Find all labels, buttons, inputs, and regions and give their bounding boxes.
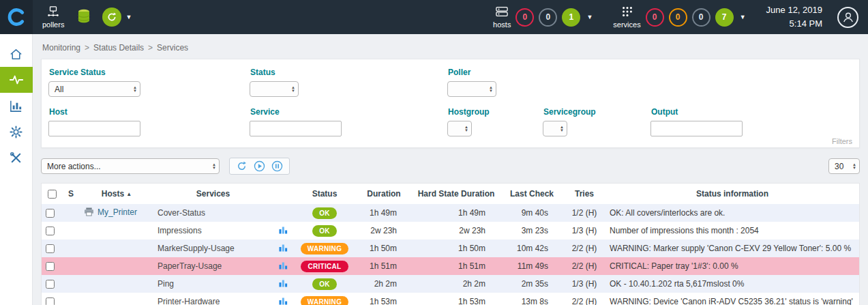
col-hard-state-duration[interactable]: Hard State Duration bbox=[412, 184, 500, 204]
select-all-checkbox[interactable] bbox=[48, 190, 57, 199]
row-checkbox[interactable] bbox=[46, 262, 55, 271]
graph-icon[interactable] bbox=[279, 227, 288, 236]
row-checkbox[interactable] bbox=[46, 209, 55, 218]
status-select[interactable]: ▲▼ bbox=[250, 81, 299, 97]
services-label: services bbox=[613, 21, 640, 29]
breadcrumb-item[interactable]: Monitoring bbox=[42, 43, 80, 53]
col-tries[interactable]: Tries bbox=[563, 184, 605, 204]
row-checkbox[interactable] bbox=[46, 244, 55, 253]
status-counter[interactable]: 0 bbox=[646, 8, 664, 27]
table-header-row: S Hosts▲ Services Status Duration Hard S… bbox=[42, 184, 859, 204]
graph-icon[interactable] bbox=[279, 262, 288, 272]
breadcrumb-item[interactable]: Status Details bbox=[93, 43, 144, 53]
printer-icon bbox=[84, 207, 94, 218]
poller-select[interactable]: ▲▼ bbox=[447, 81, 496, 97]
host-cell bbox=[80, 222, 153, 239]
status-counter[interactable]: 0 bbox=[669, 8, 687, 27]
servicegroup-select[interactable]: ▲▼ bbox=[543, 121, 567, 136]
status-counter[interactable]: 0 bbox=[692, 8, 710, 27]
host-input[interactable] bbox=[48, 121, 140, 136]
graph-cell bbox=[273, 204, 293, 222]
database-menu[interactable] bbox=[76, 8, 91, 26]
sidebar-item-reporting[interactable] bbox=[0, 93, 33, 119]
filter-service-status: Service Status All ▲▼ bbox=[48, 68, 250, 97]
service-input[interactable] bbox=[250, 121, 342, 136]
platform-status-menu[interactable]: ▼ bbox=[102, 8, 132, 27]
refresh-button[interactable] bbox=[236, 160, 248, 172]
user-icon bbox=[841, 10, 855, 24]
graph-icon[interactable] bbox=[279, 280, 288, 289]
col-last-check[interactable]: Last Check bbox=[500, 184, 563, 204]
service-cell: MarkerSupply-Usage bbox=[153, 239, 273, 257]
col-duration[interactable]: Duration bbox=[356, 184, 412, 204]
col-status[interactable]: Status bbox=[293, 184, 356, 204]
services-icon bbox=[621, 5, 633, 19]
select-arrows-icon: ▲▼ bbox=[133, 86, 137, 93]
last-check-cell: 3m 23s bbox=[500, 222, 563, 239]
filter-output: Output bbox=[650, 107, 852, 136]
chevron-down-icon[interactable]: ▼ bbox=[740, 14, 746, 20]
sidebar-item-home[interactable] bbox=[0, 41, 33, 67]
status-counter[interactable]: 0 bbox=[515, 8, 534, 27]
service-link[interactable]: Impressions bbox=[158, 226, 202, 235]
checkbox-cell bbox=[42, 204, 62, 222]
service-rows: My_PrinterCover-StatusOK1h 49m1h 49m9m 4… bbox=[42, 204, 859, 305]
table-row: ImpressionsOK2w 23h2w 23h3m 23s1/3 (H)Nu… bbox=[42, 222, 859, 239]
row-checkbox[interactable] bbox=[46, 297, 55, 305]
status-info-cell: Number of impressions this month : 2054 bbox=[605, 222, 859, 239]
service-counters: 0007 bbox=[646, 8, 734, 27]
output-input[interactable] bbox=[650, 121, 743, 136]
col-hosts[interactable]: Hosts▲ bbox=[80, 184, 153, 204]
graph-icon[interactable] bbox=[279, 297, 288, 305]
col-services[interactable]: Services bbox=[153, 184, 273, 204]
host-cell bbox=[80, 239, 153, 257]
service-status-select[interactable]: All ▲▼ bbox=[48, 81, 140, 97]
status-badge: OK bbox=[312, 225, 337, 237]
more-actions-select[interactable]: More actions... ▲▼ bbox=[41, 158, 220, 174]
service-link[interactable]: PaperTray-Usage bbox=[158, 261, 222, 271]
status-counter[interactable]: 7 bbox=[715, 8, 734, 27]
service-link[interactable]: MarkerSupply-Usage bbox=[158, 244, 235, 253]
filter-label: Status bbox=[250, 68, 447, 77]
row-checkbox[interactable] bbox=[46, 227, 55, 235]
sidebar-item-monitoring[interactable] bbox=[0, 67, 33, 93]
chevron-down-icon[interactable]: ▼ bbox=[586, 14, 593, 20]
status-cell: OK bbox=[293, 222, 356, 239]
page-size-select[interactable]: 30 ▲▼ bbox=[828, 158, 860, 174]
services-menu[interactable]: services bbox=[613, 5, 640, 29]
host-cell bbox=[80, 293, 153, 305]
services-table: S Hosts▲ Services Status Duration Hard S… bbox=[42, 184, 859, 305]
status-counter[interactable]: 0 bbox=[539, 8, 557, 27]
user-menu[interactable] bbox=[837, 7, 858, 28]
status-counter[interactable]: 1 bbox=[562, 8, 580, 27]
tries-cell: 1/3 (H) bbox=[563, 275, 605, 293]
pollers-menu[interactable]: pollers bbox=[42, 5, 64, 29]
centreon-logo[interactable] bbox=[0, 0, 33, 34]
hostgroup-select[interactable]: ▲▼ bbox=[447, 121, 472, 136]
pause-button[interactable] bbox=[271, 160, 283, 172]
service-link[interactable]: Ping bbox=[158, 279, 174, 289]
sidebar-item-configuration[interactable] bbox=[0, 119, 33, 145]
host-link[interactable]: My_Printer bbox=[98, 207, 137, 217]
table-row: My_PrinterCover-StatusOK1h 49m1h 49m9m 4… bbox=[42, 204, 859, 222]
graph-cell bbox=[273, 222, 293, 239]
hosts-menu[interactable]: hosts bbox=[493, 5, 511, 29]
breadcrumb-item[interactable]: Services bbox=[157, 43, 188, 53]
row-checkbox[interactable] bbox=[46, 280, 55, 289]
duration-cell: 2h 2m bbox=[356, 275, 412, 293]
sidebar bbox=[0, 34, 33, 305]
graph-icon[interactable] bbox=[279, 244, 288, 254]
centreon-logo-icon bbox=[7, 8, 26, 27]
status-cell: CRITICAL bbox=[293, 257, 356, 275]
service-link[interactable]: Printer-Hardware bbox=[158, 297, 220, 305]
host-cell bbox=[80, 275, 153, 293]
select-arrows-icon: ▲▼ bbox=[489, 86, 493, 93]
host-cell: My_Printer bbox=[80, 204, 153, 222]
service-cell: PaperTray-Usage bbox=[153, 257, 273, 275]
play-button[interactable] bbox=[254, 160, 265, 172]
checkbox-cell bbox=[42, 257, 62, 275]
sidebar-item-administration[interactable] bbox=[0, 145, 33, 171]
service-cell: Ping bbox=[153, 275, 273, 293]
service-link[interactable]: Cover-Status bbox=[158, 208, 205, 218]
duration-cell: 2w 23h bbox=[356, 222, 412, 239]
